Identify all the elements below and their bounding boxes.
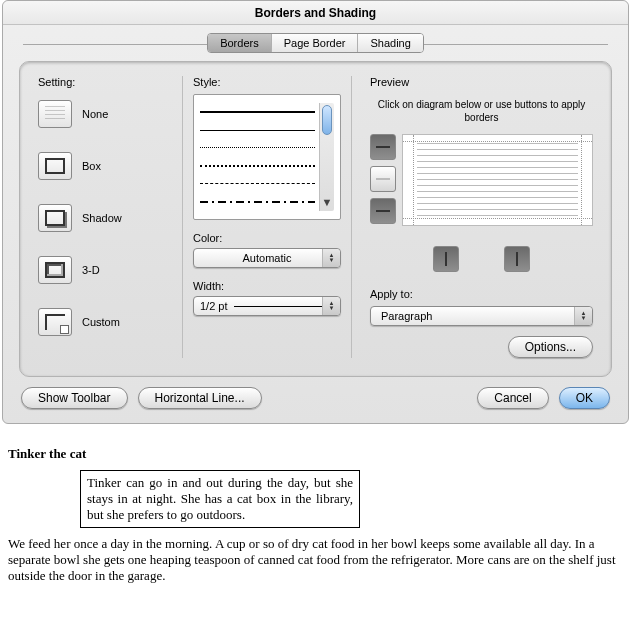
color-value: Automatic (200, 252, 334, 264)
options-button[interactable]: Options... (508, 336, 593, 358)
border-left-button[interactable] (433, 246, 459, 272)
setting-3d[interactable]: 3-D (38, 256, 168, 284)
body-paragraph: We feed her once a day in the morning. A… (8, 536, 623, 584)
style-list[interactable]: ▼ (193, 94, 341, 220)
setting-shadow-label: Shadow (82, 212, 122, 224)
width-sample-line (234, 306, 328, 307)
color-combo[interactable]: Automatic ▲▼ (193, 248, 341, 268)
scrollbar-thumb[interactable] (322, 105, 332, 135)
style-label: Style: (193, 76, 341, 88)
apply-to-value: Paragraph (377, 310, 586, 322)
border-right-button[interactable] (504, 246, 530, 272)
width-value: 1/2 pt (200, 300, 228, 312)
preview-label: Preview (370, 76, 593, 88)
width-label: Width: (193, 280, 341, 292)
preview-diagram[interactable] (402, 134, 593, 226)
tab-shading[interactable]: Shading (358, 34, 422, 52)
tab-borders[interactable]: Borders (208, 34, 272, 52)
setting-custom-icon (38, 308, 72, 336)
border-inside-h-button[interactable] (370, 166, 396, 192)
setting-custom[interactable]: Custom (38, 308, 168, 336)
border-bottom-button[interactable] (370, 198, 396, 224)
combo-stepper-icon: ▲▼ (322, 297, 340, 315)
setting-shadow-icon (38, 204, 72, 232)
dialog-title: Borders and Shading (3, 1, 628, 25)
preview-side-buttons (370, 134, 396, 230)
setting-none-icon (38, 100, 72, 128)
apply-to-combo[interactable]: Paragraph ▲▼ (370, 306, 593, 326)
cancel-button[interactable]: Cancel (477, 387, 548, 409)
document-title: Tinker the cat (8, 446, 623, 462)
style-solid-thin[interactable] (200, 130, 315, 131)
setting-box[interactable]: Box (38, 152, 168, 180)
setting-none-label: None (82, 108, 108, 120)
tab-page-border[interactable]: Page Border (272, 34, 359, 52)
ok-button[interactable]: OK (559, 387, 610, 409)
apply-to-label: Apply to: (370, 288, 593, 300)
setting-box-label: Box (82, 160, 101, 172)
style-solid-thick[interactable] (200, 111, 315, 113)
style-scrollbar[interactable]: ▼ (319, 103, 334, 211)
dialog-bottom-bar: Show Toolbar Horizontal Line... Cancel O… (3, 387, 628, 423)
preview-hint: Click on diagram below or use buttons to… (370, 98, 593, 124)
horizontal-line-button[interactable]: Horizontal Line... (138, 387, 262, 409)
color-label: Color: (193, 232, 341, 244)
style-column: Style: ▼ Color: Automatic ▲▼ (182, 76, 352, 358)
setting-label: Setting: (38, 76, 168, 88)
setting-none[interactable]: None (38, 100, 168, 128)
scrollbar-down-arrow-icon[interactable]: ▼ (320, 195, 334, 209)
boxed-paragraph: Tinker can go in and out during the day,… (80, 470, 360, 528)
setting-custom-label: Custom (82, 316, 120, 328)
style-dash-dot[interactable] (200, 201, 315, 203)
combo-stepper-icon: ▲▼ (322, 249, 340, 267)
tab-strip: Borders Page Border Shading (3, 25, 628, 53)
combo-stepper-icon: ▲▼ (574, 307, 592, 325)
preview-column: Preview Click on diagram below or use bu… (366, 76, 593, 358)
style-dotted-fine[interactable] (200, 147, 315, 148)
width-combo[interactable]: 1/2 pt ▲▼ (193, 296, 341, 316)
setting-column: Setting: None Box Shadow 3-D Custom (38, 76, 168, 358)
setting-3d-icon (38, 256, 72, 284)
style-dotted[interactable] (200, 165, 315, 167)
setting-3d-label: 3-D (82, 264, 100, 276)
border-top-button[interactable] (370, 134, 396, 160)
setting-box-icon (38, 152, 72, 180)
borders-and-shading-dialog: Borders and Shading Borders Page Border … (2, 0, 629, 424)
show-toolbar-button[interactable]: Show Toolbar (21, 387, 128, 409)
style-dashed[interactable] (200, 183, 315, 184)
dialog-body: Setting: None Box Shadow 3-D Custom (19, 61, 612, 377)
document-sample: Tinker the cat Tinker can go in and out … (8, 446, 623, 584)
setting-shadow[interactable]: Shadow (38, 204, 168, 232)
